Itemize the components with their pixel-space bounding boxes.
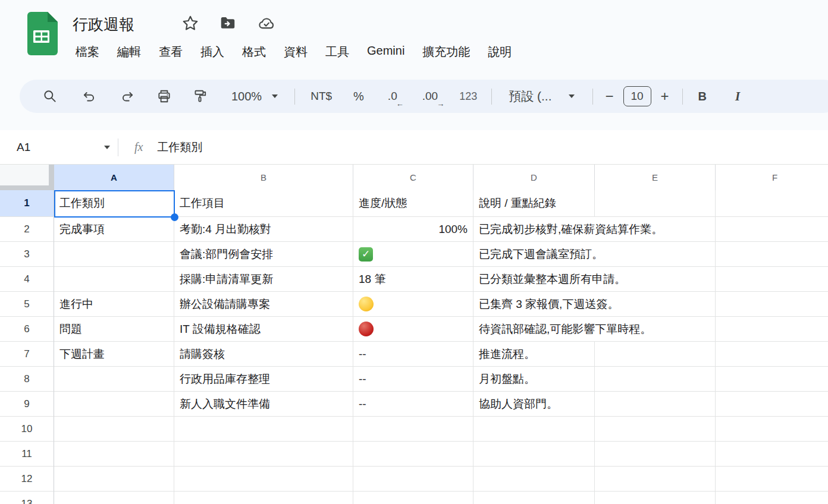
cell-F1[interactable] xyxy=(716,190,828,217)
cell-B1[interactable]: 工作項目 xyxy=(174,190,353,217)
menu-item-7[interactable]: Gemini xyxy=(358,40,413,64)
menu-item-9[interactable]: 說明 xyxy=(479,40,520,64)
cell-E13[interactable] xyxy=(595,492,716,504)
row-header-7[interactable]: 7 xyxy=(0,342,54,367)
menu-item-4[interactable]: 格式 xyxy=(233,40,275,64)
cell-E9[interactable] xyxy=(595,392,716,417)
cell-D13[interactable] xyxy=(473,492,595,504)
row-header-10[interactable]: 10 xyxy=(0,417,54,442)
cell-D11[interactable] xyxy=(473,442,595,467)
row-header-9[interactable]: 9 xyxy=(0,392,54,417)
cell-D5[interactable]: 已集齊 3 家報價,下週送簽。 xyxy=(473,292,716,317)
menu-item-5[interactable]: 資料 xyxy=(275,40,316,64)
font-caret-icon[interactable] xyxy=(569,94,575,98)
cell-A3[interactable] xyxy=(54,242,174,267)
cell-B10[interactable] xyxy=(174,417,353,442)
row-header-3[interactable]: 3 xyxy=(0,242,54,267)
cell-B12[interactable] xyxy=(174,467,353,492)
column-header-A[interactable]: A xyxy=(54,165,174,191)
cell-C2[interactable]: 100% xyxy=(353,217,473,242)
cell-A10[interactable] xyxy=(54,417,174,442)
cell-D2[interactable]: 已完成初步核對,確保薪資結算作業。 xyxy=(473,217,716,242)
cell-F11[interactable] xyxy=(716,442,828,467)
move-to-folder-icon[interactable] xyxy=(218,14,237,32)
cell-A2[interactable]: 完成事項 xyxy=(54,217,174,242)
cell-B11[interactable] xyxy=(174,442,353,467)
cell-B5[interactable]: 辦公設備請購專案 xyxy=(174,292,353,317)
zoom-level[interactable]: 100% xyxy=(231,90,262,103)
cell-C4[interactable]: 18 筆 xyxy=(353,267,473,292)
row-header-6[interactable]: 6 xyxy=(0,317,54,342)
cell-B13[interactable] xyxy=(174,492,353,504)
menu-item-2[interactable]: 查看 xyxy=(150,40,192,64)
cell-A9[interactable] xyxy=(54,392,174,417)
cell-E12[interactable] xyxy=(595,467,716,492)
cell-B8[interactable]: 行政用品庫存整理 xyxy=(174,367,353,392)
search-icon[interactable] xyxy=(42,89,58,104)
italic-button[interactable]: I xyxy=(735,89,740,104)
cell-D12[interactable] xyxy=(473,467,595,492)
cell-B9[interactable]: 新人入職文件準備 xyxy=(174,392,353,417)
document-title[interactable]: 行政週報 xyxy=(73,14,134,35)
row-header-2[interactable]: 2 xyxy=(0,217,54,242)
cell-F9[interactable] xyxy=(716,392,828,417)
cell-C3[interactable]: ✓ xyxy=(353,242,473,267)
row-header-1[interactable]: 1 xyxy=(0,190,54,217)
decrease-font-size-button[interactable]: − xyxy=(606,88,614,105)
increase-decimals-button[interactable]: .00→ xyxy=(422,90,438,103)
menu-item-8[interactable]: 擴充功能 xyxy=(413,40,479,64)
menu-item-0[interactable]: 檔案 xyxy=(67,40,108,64)
column-header-C[interactable]: C xyxy=(353,165,473,191)
cell-F7[interactable] xyxy=(716,342,828,367)
cell-F10[interactable] xyxy=(716,417,828,442)
print-icon[interactable] xyxy=(156,89,172,104)
font-size-input[interactable]: 10 xyxy=(623,86,651,106)
font-selector[interactable]: 預設 (... xyxy=(509,88,551,105)
cell-F6[interactable] xyxy=(716,317,828,342)
row-header-11[interactable]: 11 xyxy=(0,442,54,467)
cell-B3[interactable]: 會議:部門例會安排 xyxy=(174,242,353,267)
cell-F13[interactable] xyxy=(716,492,828,504)
cell-A7[interactable]: 下週計畫 xyxy=(54,342,174,367)
cell-A6[interactable]: 問題 xyxy=(54,317,174,342)
cell-A12[interactable] xyxy=(54,467,174,492)
cell-B2[interactable]: 考勤:4 月出勤核對 xyxy=(174,217,353,242)
google-sheets-icon[interactable] xyxy=(25,12,58,55)
row-header-5[interactable]: 5 xyxy=(0,292,54,317)
cell-F8[interactable] xyxy=(716,367,828,392)
cloud-saved-icon[interactable] xyxy=(256,14,277,32)
column-header-E[interactable]: E xyxy=(595,165,716,191)
cell-C12[interactable] xyxy=(353,467,473,492)
format-percent-button[interactable]: % xyxy=(353,90,364,103)
cell-C10[interactable] xyxy=(353,417,473,442)
cell-C13[interactable] xyxy=(353,492,473,504)
zoom-caret-icon[interactable] xyxy=(272,94,278,98)
cell-A1[interactable]: 工作類別 xyxy=(54,190,174,217)
menu-item-3[interactable]: 插入 xyxy=(192,40,233,64)
paint-format-icon[interactable] xyxy=(192,89,208,104)
row-header-12[interactable]: 12 xyxy=(0,467,54,492)
cell-E11[interactable] xyxy=(595,442,716,467)
cell-D1[interactable]: 說明 / 重點紀錄 xyxy=(473,190,595,217)
cell-A13[interactable] xyxy=(54,492,174,504)
cell-E10[interactable] xyxy=(595,417,716,442)
select-all-corner[interactable] xyxy=(0,165,54,191)
column-header-B[interactable]: B xyxy=(174,165,353,191)
cell-C8[interactable]: -- xyxy=(353,367,473,392)
column-header-F[interactable]: F xyxy=(716,165,828,191)
cell-D9[interactable]: 協助人資部門。 xyxy=(473,392,595,417)
star-icon[interactable] xyxy=(181,14,199,32)
cell-A5[interactable]: 進行中 xyxy=(54,292,174,317)
cell-F4[interactable] xyxy=(716,267,828,292)
cell-F2[interactable] xyxy=(716,217,828,242)
cell-B6[interactable]: IT 設備規格確認 xyxy=(174,317,353,342)
cell-D7[interactable]: 推進流程。 xyxy=(473,342,595,367)
cell-C9[interactable]: -- xyxy=(353,392,473,417)
cell-A11[interactable] xyxy=(54,442,174,467)
fill-handle[interactable] xyxy=(171,213,178,221)
row-header-13[interactable]: 13 xyxy=(0,492,54,504)
menu-item-1[interactable]: 編輯 xyxy=(108,40,150,64)
column-header-D[interactable]: D xyxy=(473,165,595,191)
cell-C7[interactable]: -- xyxy=(353,342,473,367)
decrease-decimals-button[interactable]: .0← xyxy=(388,90,397,103)
